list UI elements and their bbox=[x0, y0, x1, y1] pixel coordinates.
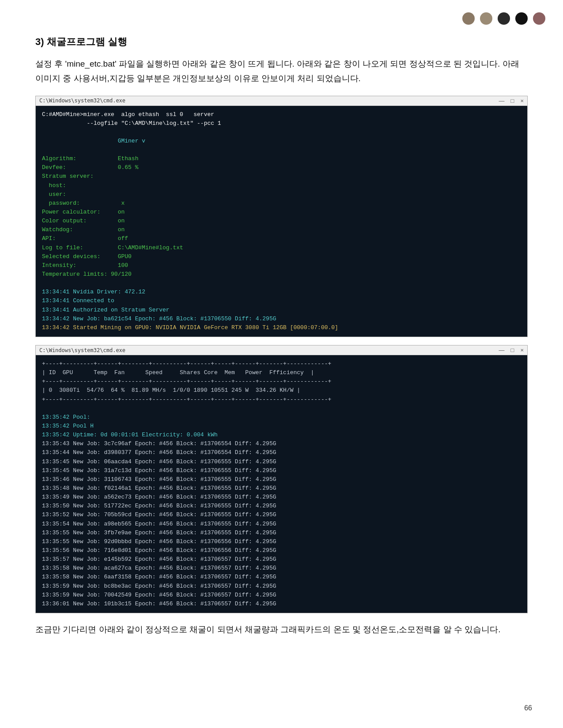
term-job-4: 13:35:45 New Job: 31a7c13d Epoch: #456 B… bbox=[42, 467, 276, 474]
term-job-19: 13:36:01 New Job: 101b3c15 Epoch: #456 B… bbox=[42, 600, 276, 607]
term-line: Devfee: 0.65 % bbox=[42, 164, 138, 171]
term-job-11: 13:35:55 New Job: 3fb7e9ae Epoch: #456 B… bbox=[42, 529, 276, 536]
close-button[interactable]: × bbox=[520, 98, 524, 104]
table-border-top: +----+---------+------+--------+--------… bbox=[42, 360, 521, 368]
term-job-13: 13:35:56 New Job: 716e8d01 Epoch: #456 B… bbox=[42, 547, 276, 554]
terminal-2-title: C:\Windows\system32\cmd.exe bbox=[39, 347, 125, 353]
term-line: Selected devices: GPU0 bbox=[42, 253, 132, 260]
term-api-off: API: off bbox=[42, 235, 128, 242]
term-job-5: 13:35:46 New Job: 31106743 Epoch: #456 B… bbox=[42, 476, 276, 483]
term-line: 13:34:42 New Job: ba621c54 Epoch: #456 B… bbox=[42, 315, 276, 322]
term-line: Watchdog: on bbox=[42, 226, 125, 233]
term-pool-1: 13:35:42 Pool: bbox=[42, 414, 90, 420]
term-job-14: 13:35:57 New Job: e145b592 Epoch: #456 B… bbox=[42, 556, 276, 563]
term-line: user: bbox=[42, 191, 66, 198]
term-line: 13:34:41 Connected to bbox=[42, 297, 114, 304]
term-line: host: bbox=[42, 182, 66, 189]
terminal-1-controls: — □ × bbox=[499, 98, 524, 104]
term-line: Color output: on bbox=[42, 218, 125, 224]
term-line: Power calculator: on bbox=[42, 209, 125, 215]
term-job-17: 13:35:59 New Job: bc8be3ac Epoch: #456 B… bbox=[42, 583, 276, 589]
term-job-12: 13:35:55 New Job: 92d0bbbd Epoch: #456 B… bbox=[42, 538, 276, 545]
terminal-2-body: +----+---------+------+--------+--------… bbox=[36, 355, 527, 613]
intro-paragraph: 설정 후 'mine_etc.bat' 파일을 실행하면 아래와 같은 창이 뜨… bbox=[35, 56, 528, 86]
terminal-1-body: C:#AMD#Mine>miner.exe algo ethash ssl 0 … bbox=[36, 106, 527, 337]
term-line: --logfile "C:\AMD\Mine\log.txt" --pcc 1 bbox=[42, 120, 221, 127]
term-job-2: 13:35:44 New Job: d3980377 Epoch: #456 B… bbox=[42, 449, 276, 456]
table-divider: +----+---------+------+--------+--------… bbox=[42, 377, 521, 386]
term-job-1: 13:35:43 New Job: 3c7c96af Epoch: #456 B… bbox=[42, 440, 276, 447]
circle-2 bbox=[480, 12, 492, 25]
term-job-10: 13:35:54 New Job: a98eb565 Epoch: #456 B… bbox=[42, 521, 276, 527]
term-line: 13:34:41 Authorized on Stratum Server bbox=[42, 307, 170, 313]
term-line: Intensity: 100 bbox=[42, 262, 128, 269]
term-job-7: 13:35:49 New Job: a562ec73 Epoch: #456 B… bbox=[42, 494, 276, 500]
term-line: Stratum server: bbox=[42, 173, 94, 180]
term-job-15: 13:35:58 New Job: aca627ca Epoch: #456 B… bbox=[42, 565, 276, 571]
footer-text: 조금만 기다리면 아래와 같이 정상적으로 채굴이 되면서 채굴량과 그래픽카드… bbox=[35, 622, 528, 637]
term-line: Log to file: C:\AMD#Mine#log.txt bbox=[42, 244, 183, 251]
term-line: Temperature limits: 90/120 bbox=[42, 271, 132, 278]
minimize-button-2[interactable]: — bbox=[499, 347, 505, 353]
terminal-1-title: C:\Windows\system32\cmd.exe bbox=[39, 98, 125, 104]
maximize-button-2[interactable]: □ bbox=[511, 347, 514, 353]
minimize-button[interactable]: — bbox=[499, 98, 505, 104]
circle-5 bbox=[533, 12, 545, 25]
section-heading: 3) 채굴프로그램 실행 bbox=[35, 35, 528, 49]
term-line: C:#AMD#Mine>miner.exe algo ethash ssl 0 … bbox=[42, 111, 214, 118]
table-border-bottom: +----+---------+------+--------+--------… bbox=[42, 395, 521, 404]
term-job-6: 13:35:48 New Job: f02146a1 Epoch: #456 B… bbox=[42, 485, 276, 492]
terminal-1-titlebar: C:\Windows\system32\cmd.exe — □ × bbox=[36, 96, 527, 106]
term-line: 13:34:41 Nvidia Driver: 472.12 bbox=[42, 289, 145, 295]
term-job-3: 13:35:45 New Job: 06aacda4 Epoch: #456 B… bbox=[42, 458, 276, 465]
maximize-button[interactable]: □ bbox=[511, 98, 514, 104]
close-button-2[interactable]: × bbox=[520, 347, 524, 353]
term-job-9: 13:35:52 New Job: 705b59cd Epoch: #456 B… bbox=[42, 511, 276, 518]
circle-1 bbox=[462, 12, 475, 25]
term-pool-2: 13:35:42 Pool H bbox=[42, 423, 94, 429]
term-line: Algorithm: Ethash bbox=[42, 155, 138, 162]
term-line: 13:34:42 Started Mining on GPU0: NVIDIA … bbox=[42, 324, 338, 331]
circle-4 bbox=[515, 12, 528, 25]
term-line: password: x bbox=[42, 200, 125, 206]
terminal-2: C:\Windows\system32\cmd.exe — □ × +----+… bbox=[35, 345, 528, 613]
term-uptime: 13:35:42 Uptime: 0d 00:01:01 Electricity… bbox=[42, 432, 218, 438]
term-line: GMiner v bbox=[42, 138, 145, 144]
circle-3 bbox=[498, 12, 510, 25]
term-job-16: 13:35:58 New Job: 6aaf3158 Epoch: #456 B… bbox=[42, 574, 276, 580]
top-circles bbox=[462, 12, 545, 25]
term-job-18: 13:35:59 New Job: 70042549 Epoch: #456 B… bbox=[42, 592, 276, 598]
terminal-2-titlebar: C:\Windows\system32\cmd.exe — □ × bbox=[36, 345, 527, 355]
table-row: | 0 3080Ti 54/76 64 % 81.89 MH/s 1/0/0 1… bbox=[42, 386, 521, 395]
terminal-1: C:\Windows\system32\cmd.exe — □ × C:#AMD… bbox=[35, 96, 528, 338]
page-number: 66 bbox=[524, 704, 532, 712]
main-content: 3) 채굴프로그램 실행 설정 후 'mine_etc.bat' 파일을 실행하… bbox=[0, 0, 563, 663]
terminal-2-controls: — □ × bbox=[499, 347, 524, 353]
term-job-8: 13:35:50 New Job: 517722ec Epoch: #456 B… bbox=[42, 503, 276, 509]
table-header: | ID GPU Temp Fan Speed Shares Core Mem … bbox=[42, 368, 521, 377]
